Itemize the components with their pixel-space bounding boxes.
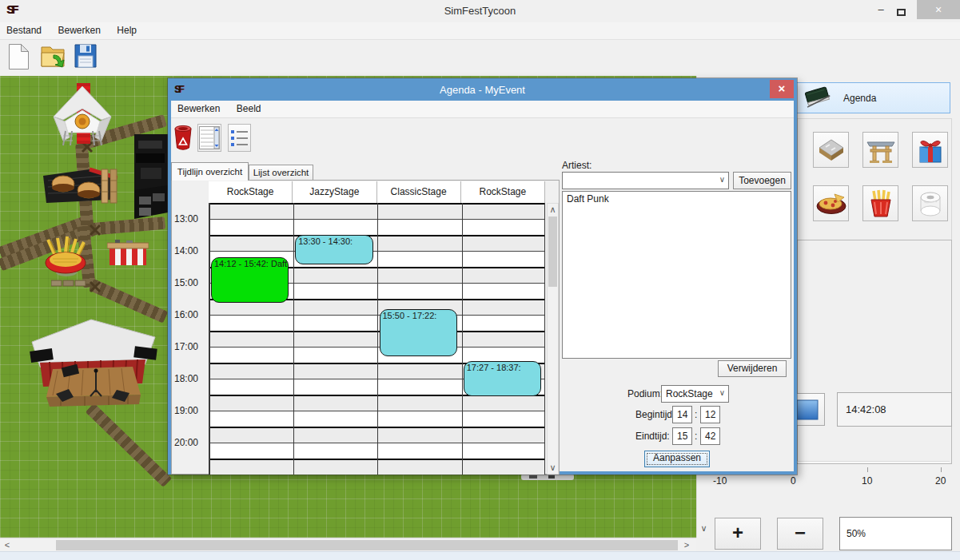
black-stage[interactable] xyxy=(134,134,168,233)
schedule-event[interactable]: 13:30 - 14:30: xyxy=(295,235,372,264)
agenda-button[interactable]: Agenda xyxy=(795,82,950,113)
maximize-button[interactable] xyxy=(897,6,906,18)
schedule-event[interactable]: 17:27 - 18:37: xyxy=(464,361,541,396)
dialog-close-button[interactable]: × xyxy=(770,80,794,98)
artist-combobox[interactable]: ∨ xyxy=(562,172,729,189)
agenda-button-label: Agenda xyxy=(843,93,876,104)
dialog-menubar: Bewerken Beeld xyxy=(171,101,794,118)
open-folder-icon[interactable] xyxy=(40,43,67,73)
slider-label: 10 xyxy=(862,475,872,487)
time-label: 15:00 xyxy=(174,277,208,288)
bench[interactable] xyxy=(101,168,118,208)
slider-tick xyxy=(941,467,942,472)
blue-square-icon xyxy=(796,399,819,420)
dialog-menu-beeld[interactable]: Beeld xyxy=(230,101,268,117)
close-button[interactable]: × xyxy=(917,0,960,19)
schedule-body[interactable]: 13:30 - 14:30:14:12 - 15:42: Daft Punk15… xyxy=(209,203,545,475)
column-header[interactable]: ClassicStage xyxy=(377,181,461,203)
pizza-icon[interactable] xyxy=(813,185,849,221)
time-label: 16:00 xyxy=(174,309,208,320)
timeline-view-icon[interactable] xyxy=(197,124,221,152)
main-toolbar xyxy=(0,40,960,76)
column-header[interactable]: JazzyStage xyxy=(293,181,376,203)
tab-tijdlijn-overzicht[interactable]: Tijdlijn overzicht xyxy=(171,162,249,181)
gift-icon[interactable] xyxy=(912,132,948,168)
remove-button[interactable]: Verwijderen xyxy=(718,360,787,377)
new-document-icon[interactable] xyxy=(8,43,30,73)
menu-help[interactable]: Help xyxy=(110,22,143,38)
path-junction xyxy=(89,224,102,236)
toilet-paper-icon[interactable] xyxy=(912,185,948,221)
time-label: 13:00 xyxy=(174,213,208,224)
artist-listbox[interactable]: Daft Punk xyxy=(562,191,791,359)
main-menubar: Bestand Bewerken Help xyxy=(0,22,960,40)
dirt-path xyxy=(85,403,172,487)
fries-icon[interactable] xyxy=(862,185,898,221)
column-header[interactable]: RockStage xyxy=(209,181,293,203)
trash-icon[interactable] xyxy=(173,125,193,154)
minimize-button[interactable]: – xyxy=(871,3,890,15)
time-label: 18:00 xyxy=(174,373,208,384)
podium-combobox-value: RockStage xyxy=(666,388,713,399)
begin-time-label: Begintijd: xyxy=(635,409,675,420)
time-label: 17:00 xyxy=(174,341,208,352)
time-separator: : xyxy=(695,409,697,420)
clock-display: 14:42:08 xyxy=(837,392,952,427)
end-time-label: Eindtijd: xyxy=(635,431,670,442)
chevron-down-icon: ∨ xyxy=(719,388,725,397)
begin-minute-input[interactable]: 12 xyxy=(700,406,720,423)
list-view-icon[interactable] xyxy=(228,124,251,152)
planks xyxy=(51,276,86,283)
apply-button-label: Aanpassen xyxy=(645,451,709,465)
column-header[interactable]: RockStage xyxy=(461,181,545,203)
scroll-up-icon[interactable]: ∧ xyxy=(548,205,558,215)
slider-label: -10 xyxy=(713,475,727,487)
main-stage[interactable] xyxy=(29,318,158,413)
agenda-dialog: SF Agenda - MyEvent × Bewerken Beeld Tij… xyxy=(168,78,797,475)
slider-label: 20 xyxy=(935,475,946,487)
zoom-out-button[interactable]: − xyxy=(777,518,823,550)
dialog-title: Agenda - MyEvent xyxy=(168,84,797,96)
zoom-value-box[interactable]: 50% xyxy=(839,517,952,550)
end-hour-input[interactable]: 15 xyxy=(672,427,692,445)
scroll-right-icon[interactable]: > xyxy=(681,540,692,550)
podium-label: Podium: xyxy=(627,388,663,399)
time-label: 14:00 xyxy=(174,245,208,256)
road-tile-icon[interactable] xyxy=(813,132,849,168)
artist-list-item[interactable]: Daft Punk xyxy=(563,192,791,206)
end-minute-input[interactable]: 42 xyxy=(700,427,720,445)
scroll-down-icon[interactable]: ∨ xyxy=(548,463,558,473)
scroll-thumb[interactable] xyxy=(56,540,678,550)
schedule-header: RockStage JazzyStage ClassicStage RockSt… xyxy=(209,181,545,203)
save-icon[interactable] xyxy=(74,43,98,72)
menu-bewerken[interactable]: Bewerken xyxy=(52,22,107,38)
begin-hour-input[interactable]: 14 xyxy=(672,406,692,423)
slider-label: 0 xyxy=(791,475,796,487)
tent-sliver-detail xyxy=(548,475,555,479)
scroll-left-icon[interactable]: < xyxy=(2,540,13,550)
info-groupbox xyxy=(797,240,952,464)
torii-gate-icon[interactable] xyxy=(862,132,898,168)
scroll-thumb[interactable] xyxy=(548,216,557,287)
chevron-down-icon: ∨ xyxy=(719,175,725,184)
schedule-event[interactable]: 14:12 - 15:42: Daft Punk xyxy=(211,257,289,303)
schedule-event[interactable]: 15:50 - 17:22: xyxy=(380,309,457,355)
apply-button[interactable]: Aanpassen xyxy=(644,451,710,467)
time-gutter: 13:0014:0015:0016:0017:0018:0019:0020:00 xyxy=(172,203,209,475)
zoom-in-button[interactable]: + xyxy=(715,518,761,550)
striped-booth[interactable] xyxy=(107,240,149,272)
scroll-down-icon[interactable]: ∨ xyxy=(697,523,711,534)
dialog-menu-bewerken[interactable]: Bewerken xyxy=(171,101,226,117)
tab-lijst-overzicht[interactable]: Lijst overzicht xyxy=(249,165,313,181)
agenda-book-icon xyxy=(803,85,832,111)
tent[interactable] xyxy=(46,85,119,155)
main-titlebar: SF SimFestTycoon – × xyxy=(0,0,960,22)
dialog-titlebar[interactable]: SF Agenda - MyEvent × xyxy=(168,78,797,101)
window-bottom-strip xyxy=(0,551,960,560)
add-artist-button[interactable]: Toevoegen xyxy=(733,172,791,189)
map-horizontal-scrollbar[interactable]: < > xyxy=(0,538,696,551)
schedule-scrollbar[interactable]: ∧ ∨ xyxy=(547,203,559,475)
tent-sliver xyxy=(521,474,574,480)
menu-bestand[interactable]: Bestand xyxy=(0,22,48,38)
podium-combobox[interactable]: RockStage ∨ xyxy=(661,385,729,403)
